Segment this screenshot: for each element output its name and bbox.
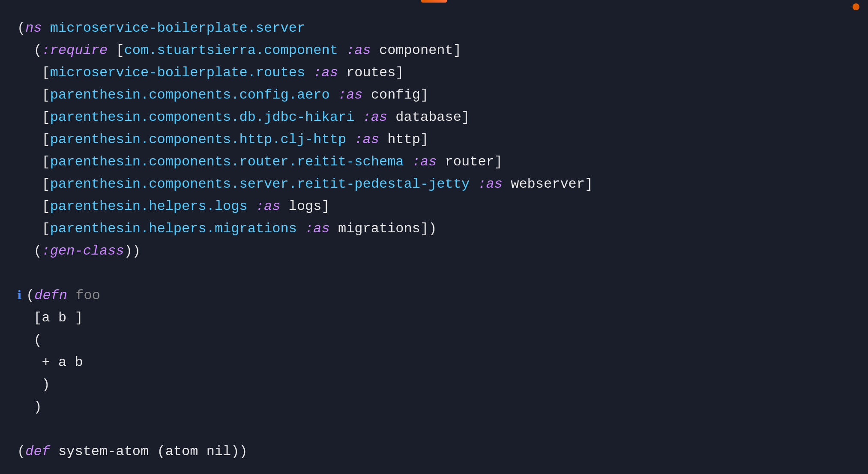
- param-a: a b: [42, 307, 75, 329]
- code-line-9: [parenthesin.helpers.logs :as logs]: [17, 195, 851, 218]
- alias-8: logs]: [289, 195, 330, 217]
- ns-9: parenthesin.helpers.migrations: [50, 218, 297, 240]
- space: [305, 62, 313, 84]
- def-keyword: def: [25, 441, 50, 462]
- code-line-4: [parenthesin.components.config.aero :as …: [17, 84, 851, 106]
- code-line-15: (: [17, 329, 851, 351]
- indent: (: [17, 329, 42, 351]
- indent: [: [17, 195, 50, 217]
- empty-line-1: [17, 262, 851, 285]
- code-line-1: (ns microservice-boilerplate.server: [17, 17, 851, 39]
- alias-7: webserver]: [511, 173, 593, 195]
- top-decoration: [421, 0, 447, 3]
- namespace-name: microservice-boilerplate.server: [50, 17, 305, 39]
- as-7: :as: [478, 173, 503, 195]
- code-line-17: ): [17, 374, 851, 396]
- indent: [: [17, 307, 42, 329]
- code-line-10: [parenthesin.helpers.migrations :as migr…: [17, 218, 851, 240]
- as-3: :as: [338, 84, 363, 106]
- space: [67, 285, 75, 306]
- space: [338, 39, 346, 61]
- space: [363, 84, 371, 106]
- paren: (: [17, 39, 42, 61]
- fn-name: foo: [75, 285, 100, 306]
- paren: (: [26, 285, 34, 306]
- code-line-8: [parenthesin.components.server.reitit-pe…: [17, 173, 851, 195]
- space: [379, 129, 387, 150]
- as-2: :as: [313, 62, 338, 84]
- code-line-14: [a b ]: [17, 307, 851, 329]
- code-content: (ns microservice-boilerplate.server (:re…: [17, 17, 851, 463]
- space: [387, 106, 395, 128]
- indent: [: [17, 106, 50, 128]
- ns-3: parenthesin.components.config.aero: [50, 84, 330, 106]
- space: [281, 195, 289, 217]
- as-4: :as: [363, 106, 388, 128]
- as-5: :as: [354, 129, 379, 150]
- space: [503, 173, 511, 195]
- bracket-close: ]: [75, 307, 83, 329]
- code-line-6: [parenthesin.components.http.clj-http :a…: [17, 129, 851, 151]
- alias-9: migrations]): [338, 218, 437, 240]
- info-icon: ℹ: [17, 287, 22, 306]
- code-line-5: [parenthesin.components.db.jdbc-hikari :…: [17, 106, 851, 129]
- code-line-20: (def system-atom (atom nil)): [17, 441, 851, 463]
- indent: [: [17, 62, 50, 84]
- paren: (: [17, 17, 25, 39]
- as-1: :as: [346, 39, 371, 61]
- alias-5: http]: [387, 129, 428, 150]
- indent: (: [17, 240, 42, 262]
- code-line-13: ℹ(defn foo: [17, 285, 851, 307]
- space: [330, 218, 338, 240]
- paren-close: )): [124, 240, 141, 262]
- require-keyword: :require: [42, 39, 108, 61]
- space: [330, 84, 338, 106]
- space: [354, 106, 362, 128]
- gen-class-keyword: :gen-class: [42, 240, 124, 262]
- indent: ): [17, 396, 42, 418]
- as-9: :as: [305, 218, 330, 240]
- space: [404, 151, 412, 173]
- space: [371, 39, 379, 61]
- space: [297, 218, 305, 240]
- indent: [: [17, 218, 50, 240]
- indent: ): [17, 374, 50, 396]
- ns-4: parenthesin.components.db.jdbc-hikari: [50, 106, 355, 128]
- indent: [: [17, 173, 50, 195]
- ns-6: parenthesin.components.router.reitit-sch…: [50, 151, 404, 173]
- top-right-dot: [853, 3, 859, 10]
- code-line-16: + a b: [17, 351, 851, 374]
- alias-3: config]: [371, 84, 428, 106]
- indent: [: [17, 129, 50, 150]
- as-6: :as: [412, 151, 437, 173]
- defn-keyword: defn: [34, 285, 67, 306]
- ns-8: parenthesin.helpers.logs: [50, 195, 248, 217]
- space: [: [108, 39, 124, 61]
- alias-1: component]: [379, 39, 461, 61]
- empty-line-2: [17, 418, 851, 441]
- space: [50, 441, 58, 462]
- code-line-18: ): [17, 396, 851, 418]
- ns-2: microservice-boilerplate.routes: [50, 62, 305, 84]
- plus-op: + a b: [42, 351, 83, 373]
- indent: [17, 351, 42, 373]
- code-line-2: (:require [com.stuartsierra.component :a…: [17, 39, 851, 62]
- code-line-3: [microservice-boilerplate.routes :as rou…: [17, 62, 851, 84]
- space: [346, 129, 354, 150]
- space: [470, 173, 478, 195]
- code-line-7: [parenthesin.components.router.reitit-sc…: [17, 151, 851, 173]
- ns-7: parenthesin.components.server.reitit-ped…: [50, 173, 470, 195]
- code-editor: (ns microservice-boilerplate.server (:re…: [0, 0, 868, 474]
- alias-2: routes]: [346, 62, 404, 84]
- ns-1: com.stuartsierra.component: [124, 39, 338, 61]
- ns-keyword: ns: [25, 17, 42, 39]
- indent: [: [17, 151, 50, 173]
- space: [248, 195, 256, 217]
- indent: [: [17, 84, 50, 106]
- code-line-11: (:gen-class)): [17, 240, 851, 262]
- as-8: :as: [256, 195, 281, 217]
- system-atom: system-atom (atom nil)): [58, 441, 248, 462]
- paren: (: [17, 441, 25, 462]
- alias-6: router]: [445, 151, 503, 173]
- alias-4: database]: [395, 106, 470, 128]
